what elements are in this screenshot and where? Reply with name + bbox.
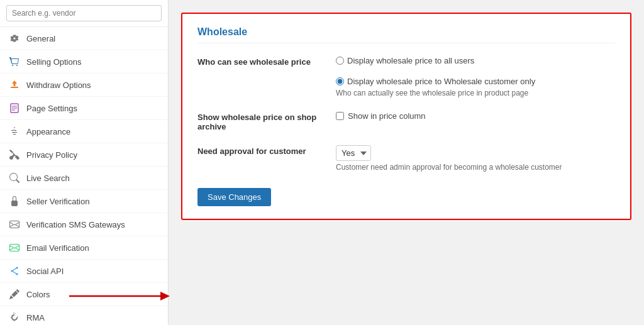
refresh-icon <box>9 312 20 323</box>
page-icon <box>9 102 20 114</box>
svg-point-6 <box>16 267 18 269</box>
radio-customer-input[interactable] <box>336 77 344 85</box>
radio-customer-only[interactable]: Display wholesale price to Wholesale cus… <box>336 77 535 86</box>
sidebar-item-label: Social API <box>26 267 64 276</box>
pen-icon <box>9 289 20 300</box>
show-price-input[interactable] <box>336 112 344 120</box>
sidebar-item-email-verification[interactable]: Email Verification <box>0 236 168 260</box>
radio-all-label: Display wholesale price to all users <box>347 56 474 65</box>
sidebar-item-label: Withdraw Options <box>26 80 91 90</box>
sidebar-item-label: Live Search <box>26 174 70 183</box>
sidebar-item-label: Email Verification <box>26 243 89 253</box>
sidebar-item-label: Appearance <box>26 127 70 136</box>
who-can-see-row: Who can see wholesale price Display whol… <box>197 56 615 97</box>
upload-icon <box>9 79 20 91</box>
gear-icon <box>9 33 20 44</box>
approval-label: Need approval for customer <box>197 145 323 156</box>
brush-icon <box>9 126 20 137</box>
approval-field: Yes No Customer need admin approval for … <box>336 145 615 172</box>
sidebar-item-label: RMA <box>26 313 45 322</box>
who-can-see-field: Display wholesale price to all users Dis… <box>336 56 615 97</box>
cart-icon <box>9 56 20 67</box>
social-icon <box>9 265 20 277</box>
lock-icon <box>9 196 20 207</box>
checkbox-label: Show in price column <box>348 111 426 121</box>
approval-select[interactable]: Yes No <box>336 145 371 161</box>
sidebar-item-label: Privacy Policy <box>26 150 77 160</box>
shop-archive-row: Show wholesale price on shop archive Sho… <box>197 111 615 131</box>
search-input[interactable] <box>6 5 162 21</box>
radio-customer-label: Display wholesale price to Wholesale cus… <box>347 77 535 86</box>
sidebar-item-label: Seller Verification <box>26 197 89 206</box>
sidebar-item-rma[interactable]: RMA <box>0 306 168 325</box>
radio-group: Display wholesale price to all users Dis… <box>336 56 615 86</box>
shop-archive-field: Show in price column <box>336 111 615 121</box>
svg-point-5 <box>11 270 13 272</box>
sidebar-item-general[interactable]: General <box>0 27 168 50</box>
sidebar-item-label: General <box>26 34 55 43</box>
sidebar-item-social-api[interactable]: Social API <box>0 260 168 283</box>
sidebar-item-colors[interactable]: Colors <box>0 283 168 306</box>
svg-point-7 <box>16 273 18 275</box>
sidebar-item-label: Selling Options <box>26 57 81 67</box>
show-price-column-checkbox[interactable]: Show in price column <box>336 111 615 121</box>
sidebar: General Selling Options Withdraw Options… <box>0 0 169 325</box>
mail-icon <box>9 219 20 230</box>
sidebar-item-page-settings[interactable]: Page Settings <box>0 97 168 120</box>
wholesale-panel: Wholesale Who can see wholesale price Di… <box>181 13 631 220</box>
save-changes-button[interactable]: Save Changes <box>197 188 271 206</box>
shop-archive-label: Show wholesale price on shop archive <box>197 111 323 131</box>
radio-all-users[interactable]: Display wholesale price to all users <box>336 56 474 65</box>
approval-row: Need approval for customer Yes No Custom… <box>197 145 615 172</box>
radio-all-input[interactable] <box>336 57 344 65</box>
svg-rect-0 <box>11 87 18 88</box>
main-content: Wholesale Who can see wholesale price Di… <box>169 0 644 325</box>
sidebar-item-seller-verification[interactable]: Seller Verification <box>0 190 168 213</box>
panel-title: Wholesale <box>197 26 615 43</box>
svg-line-9 <box>13 272 16 273</box>
sidebar-item-label: Colors <box>26 290 50 299</box>
sidebar-item-selling-options[interactable]: Selling Options <box>0 50 168 74</box>
sidebar-item-appearance[interactable]: Appearance <box>0 120 168 143</box>
sidebar-item-withdraw-options[interactable]: Withdraw Options <box>0 74 168 97</box>
search-icon <box>9 172 20 184</box>
sidebar-item-sms-gateways[interactable]: Verification SMS Gateways <box>0 213 168 236</box>
sidebar-item-label: Page Settings <box>26 104 77 113</box>
email-icon <box>9 242 20 253</box>
sidebar-item-privacy-policy[interactable]: Privacy Policy <box>0 143 168 167</box>
svg-line-8 <box>13 268 16 270</box>
wrench-icon <box>9 149 20 160</box>
sidebar-search-container <box>0 0 168 27</box>
who-hint: Who can actually see the wholesale price… <box>336 89 615 97</box>
who-can-see-label: Who can see wholesale price <box>197 56 323 67</box>
approval-hint: Customer need admin approval for becomin… <box>336 163 615 172</box>
sidebar-item-label: Verification SMS Gateways <box>26 220 125 229</box>
sidebar-item-live-search[interactable]: Live Search <box>0 167 168 190</box>
